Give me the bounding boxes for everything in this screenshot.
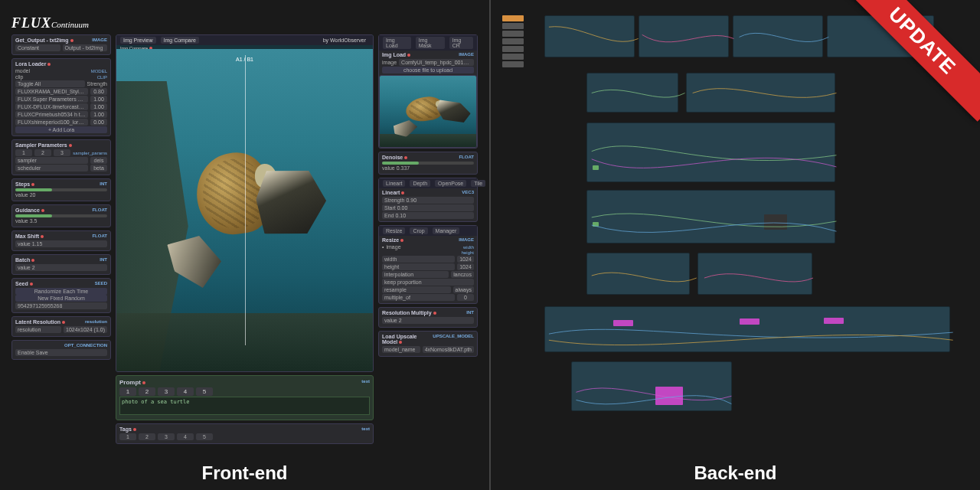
- panel-opt[interactable]: OPT_CONNECTION Enable Save: [11, 340, 111, 360]
- randomize-button[interactable]: Randomize Each Time: [15, 288, 107, 295]
- tab-img-load[interactable]: Img Load: [383, 37, 411, 49]
- left-column: Get_Output - txt2imgIMAGE ConstantOutput…: [11, 34, 111, 444]
- panel-latent-res[interactable]: Latent Resolutionresolution resolution10…: [11, 316, 111, 337]
- loaded-image-thumb: [379, 75, 477, 148]
- panel-upscale-model[interactable]: Load Upscale ModelUPSCALE_MODEL model_na…: [378, 331, 478, 357]
- frontend-label: Front-end: [0, 462, 489, 484]
- panel-seed[interactable]: SeedSEED Randomize Each Time New Fixed R…: [11, 278, 111, 313]
- tab-img-mask[interactable]: Img Mask: [416, 37, 445, 49]
- prompt-input[interactable]: [119, 397, 370, 415]
- tab-img-preview[interactable]: Img Preview: [120, 37, 156, 44]
- panel-res-multiply[interactable]: Resolution MultiplyINT value 2: [378, 307, 478, 328]
- lora-item[interactable]: FLUX Super Parameters 16 b...1.00: [15, 96, 107, 103]
- panel-guidance[interactable]: GuidanceFLOAT value 3.5: [11, 204, 111, 227]
- brand: FLUXContinuum: [11, 15, 478, 31]
- panel-sampler[interactable]: Sampler Parameters 123sampler_params sam…: [11, 139, 111, 175]
- lora-item[interactable]: FLUXCPrimebush0534 h t o...1.00: [15, 111, 107, 118]
- lora-item[interactable]: FLUX-DFLUX-timeforcastd_deter...1.00: [15, 103, 107, 110]
- tab-img-cr[interactable]: Img CR: [449, 37, 473, 49]
- new-random-button[interactable]: New Fixed Random: [15, 295, 107, 302]
- backend-pane: Back-end: [491, 0, 980, 490]
- panel-denoise[interactable]: DenoiseFLOAT value 0.337: [378, 152, 478, 175]
- panel-lineart[interactable]: Lineart Depth OpenPose Tile LineartVEC3 …: [378, 178, 478, 222]
- image-compare-panel[interactable]: Img Preview Img Compare by WorldObserver…: [116, 34, 374, 372]
- steps-slider[interactable]: [15, 188, 107, 191]
- panel-img-load[interactable]: Img Load Img Mask Img CR Img LoadIMAGE i…: [378, 34, 478, 149]
- tab-img-compare[interactable]: Img Compare: [161, 37, 199, 44]
- panel-prompt[interactable]: Prompttext 12345: [116, 375, 374, 420]
- panel-batch[interactable]: BatchINT value 2: [11, 254, 111, 275]
- compare-handle[interactable]: [245, 55, 246, 345]
- panel-get-output[interactable]: Get_Output - txt2imgIMAGE ConstantOutput…: [11, 34, 111, 55]
- panel-tags[interactable]: Tagstext 12345: [116, 423, 374, 444]
- right-column: Img Load Img Mask Img CR Img LoadIMAGE i…: [378, 34, 478, 444]
- panel-steps[interactable]: StepsINT value 20: [11, 178, 111, 201]
- center-column: Img Preview Img Compare by WorldObserver…: [116, 34, 374, 444]
- denoise-slider[interactable]: [382, 162, 474, 165]
- wires: [502, 15, 969, 435]
- node-graph[interactable]: [502, 15, 969, 429]
- frontend-pane: FLUXContinuum Get_Output - txt2imgIMAGE …: [0, 0, 489, 490]
- add-lora-button[interactable]: + Add Lora: [15, 126, 107, 133]
- lora-item[interactable]: FLUXKRAMA_MEDI_Style_F1-D...0.80: [15, 88, 107, 95]
- panel-resize[interactable]: Resize Crop Manager ResizeIMAGE • imagew…: [378, 225, 478, 304]
- guidance-slider[interactable]: [15, 214, 107, 217]
- panel-maxshift[interactable]: Max ShiftFLOAT value 1.15: [11, 230, 111, 251]
- lora-item[interactable]: FLUXshimeperiod100_lora.safet...0.00: [15, 119, 107, 126]
- backend-label: Back-end: [491, 462, 980, 484]
- panel-lora-loader[interactable]: Lora Loader modelMODEL clipCLIP Toggle A…: [11, 58, 111, 136]
- choose-file-button[interactable]: choose file to upload: [382, 67, 474, 74]
